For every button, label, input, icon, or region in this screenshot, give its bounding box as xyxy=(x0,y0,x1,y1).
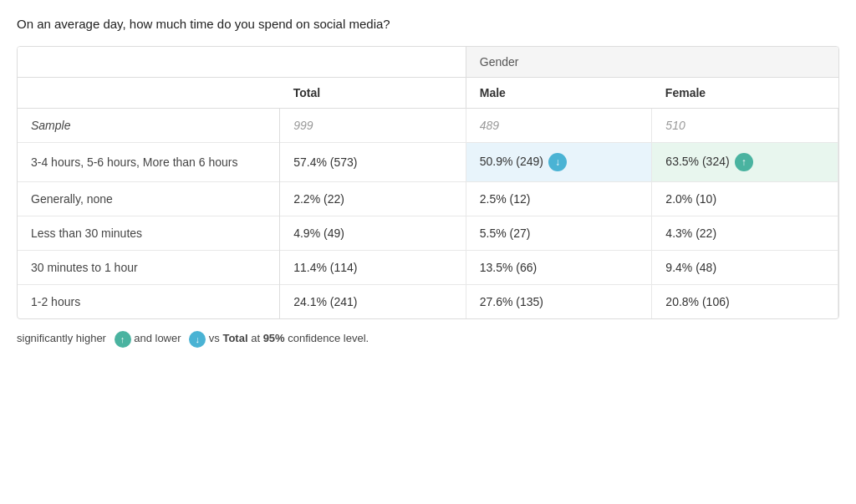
row-label-30min-1hr: 30 minutes to 1 hour xyxy=(18,251,280,285)
table-row: Sample999489510 xyxy=(18,109,838,143)
row-female-less-30: 4.3% (22) xyxy=(652,216,838,251)
row-male-generally-none: 2.5% (12) xyxy=(466,182,652,216)
footer-note: significantly higher ↑ and lower ↓ vs To… xyxy=(17,331,839,348)
row-total-generally-none: 2.2% (22) xyxy=(280,182,466,216)
gender-header-row: Gender xyxy=(18,47,838,78)
label-column-header xyxy=(18,78,280,109)
row-total-less-30: 4.9% (49) xyxy=(280,216,466,251)
data-table: Gender Total Male Female Sample999489510… xyxy=(17,46,839,319)
row-label-3plus-hours: 3-4 hours, 5-6 hours, More than 6 hours xyxy=(18,143,280,182)
row-female-sample: 510 xyxy=(652,109,838,143)
up-badge-footer: ↑ xyxy=(115,331,131,348)
table-body: Sample9994895103-4 hours, 5-6 hours, Mor… xyxy=(18,109,838,319)
table-row: 30 minutes to 1 hour11.4% (114)13.5% (66… xyxy=(18,251,838,285)
empty-header-cell xyxy=(18,47,280,78)
row-label-sample: Sample xyxy=(18,109,280,143)
row-label-less-30: Less than 30 minutes xyxy=(18,216,280,251)
table-row: Generally, none2.2% (22)2.5% (12)2.0% (1… xyxy=(18,182,838,216)
footer-text-before-up: significantly higher xyxy=(17,332,106,344)
row-female-generally-none: 2.0% (10) xyxy=(652,182,838,216)
gender-group-header: Gender xyxy=(466,47,838,78)
row-male-sample: 489 xyxy=(466,109,652,143)
table-row: Less than 30 minutes4.9% (49)5.5% (27)4.… xyxy=(18,216,838,251)
column-header-row: Total Male Female xyxy=(18,78,838,109)
row-male-1-2-hours: 27.6% (135) xyxy=(466,285,652,319)
female-column-header: Female xyxy=(652,78,838,109)
row-total-sample: 999 xyxy=(280,109,466,143)
footer-text-after: vs Total at 95% confidence level. xyxy=(209,332,369,344)
down-badge: ↓ xyxy=(548,153,567,171)
row-total-1-2-hours: 24.1% (241) xyxy=(280,285,466,319)
survey-question: On an average day, how much time do you … xyxy=(17,17,839,31)
row-female-1-2-hours: 20.8% (106) xyxy=(652,285,838,319)
table-row: 1-2 hours24.1% (241)27.6% (135)20.8% (10… xyxy=(18,285,838,319)
row-female-30min-1hr: 9.4% (48) xyxy=(652,251,838,285)
row-male-3plus-hours: 50.9% (249)↓ xyxy=(466,143,652,182)
row-female-3plus-hours: 63.5% (324)↑ xyxy=(652,143,838,182)
down-badge-footer: ↓ xyxy=(189,331,206,348)
table-row: 3-4 hours, 5-6 hours, More than 6 hours5… xyxy=(18,143,838,182)
footer-text-between: and lower xyxy=(134,332,181,344)
total-column-header: Total xyxy=(280,78,466,109)
row-male-30min-1hr: 13.5% (66) xyxy=(466,251,652,285)
row-total-30min-1hr: 11.4% (114) xyxy=(280,251,466,285)
row-total-3plus-hours: 57.4% (573) xyxy=(280,143,466,182)
male-column-header: Male xyxy=(466,78,652,109)
total-header-spacer xyxy=(280,47,466,78)
row-label-1-2-hours: 1-2 hours xyxy=(18,285,280,319)
row-male-less-30: 5.5% (27) xyxy=(466,216,652,251)
up-badge: ↑ xyxy=(735,153,753,171)
row-label-generally-none: Generally, none xyxy=(18,182,280,216)
